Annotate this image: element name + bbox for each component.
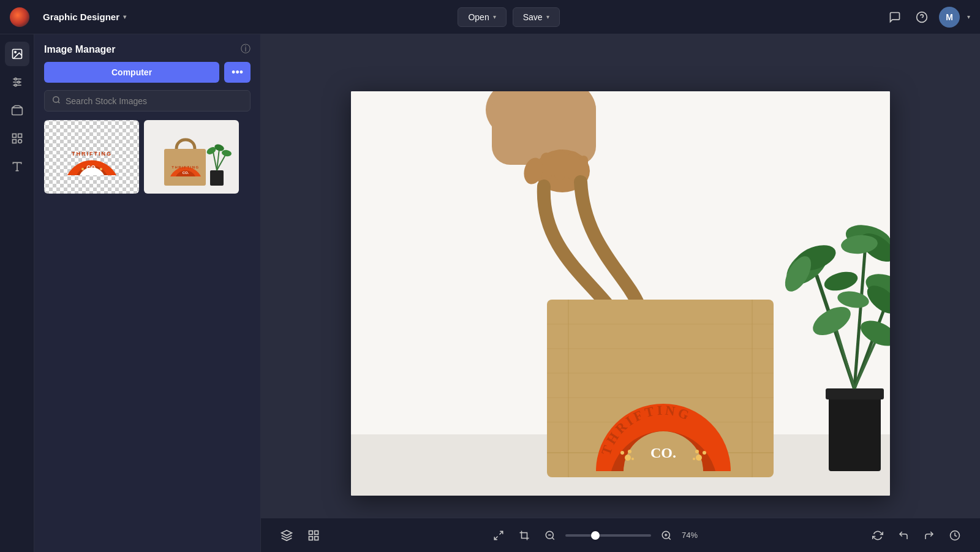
svg-point-58 xyxy=(628,450,631,453)
sidebar-item-image-manager[interactable] xyxy=(5,42,29,66)
crop-button[interactable] xyxy=(514,526,535,545)
toolbar-left-group xyxy=(276,526,325,545)
svg-rect-13 xyxy=(12,140,16,143)
svg-text:CO.: CO. xyxy=(182,171,189,175)
app-header: Graphic Designer ▾ Open ▾ Save ▾ M ▾ xyxy=(0,0,980,34)
thumbnail-thrifting-logo[interactable]: THRIFTING CO. xyxy=(44,120,139,194)
toolbar-right-group xyxy=(867,526,965,545)
open-button[interactable]: Open ▾ xyxy=(458,7,506,27)
svg-line-18 xyxy=(58,102,60,104)
redo-button[interactable] xyxy=(919,526,940,545)
svg-line-89 xyxy=(494,536,497,539)
image-thumbnails: THRIFTING CO. xyxy=(34,120,260,194)
svg-line-91 xyxy=(552,537,554,539)
svg-rect-86 xyxy=(309,536,313,540)
user-avatar[interactable]: M xyxy=(939,7,960,28)
panel-title: Image Manager xyxy=(44,44,115,55)
svg-rect-41 xyxy=(554,149,565,180)
sidebar-item-layers[interactable] xyxy=(5,98,29,123)
svg-point-21 xyxy=(81,168,84,170)
svg-rect-65 xyxy=(826,388,884,399)
svg-rect-64 xyxy=(829,391,881,471)
svg-line-88 xyxy=(500,531,503,534)
search-icon xyxy=(52,96,61,106)
svg-rect-12 xyxy=(18,134,21,138)
zoom-label: 74% xyxy=(682,531,704,540)
header-left: Graphic Designer ▾ xyxy=(10,7,132,27)
svg-rect-11 xyxy=(12,134,16,138)
svg-text:CO.: CO. xyxy=(650,445,676,461)
tote-thumb-svg: THRIFTING CO. xyxy=(146,121,238,192)
svg-rect-84 xyxy=(309,531,313,534)
svg-point-8 xyxy=(17,81,19,83)
undo-button[interactable] xyxy=(893,526,914,545)
svg-line-94 xyxy=(668,537,670,539)
image-manager-panel: Image Manager ⓘ Computer ••• Search Stoc… xyxy=(34,34,261,552)
panel-info-button[interactable]: ⓘ xyxy=(241,43,251,56)
computer-button[interactable]: Computer xyxy=(44,62,219,83)
svg-point-17 xyxy=(53,97,59,102)
svg-point-3 xyxy=(14,51,15,53)
svg-point-14 xyxy=(18,140,21,143)
chat-button[interactable] xyxy=(885,7,905,27)
svg-rect-25 xyxy=(210,170,224,186)
refresh-button[interactable] xyxy=(867,526,888,545)
svg-point-22 xyxy=(100,168,102,170)
zoom-slider[interactable] xyxy=(565,534,651,537)
toolbar-center-group: 74% xyxy=(488,526,704,545)
help-button[interactable] xyxy=(912,7,932,27)
sidebar-item-adjustments[interactable] xyxy=(5,70,29,94)
zoom-out-button[interactable] xyxy=(540,526,560,545)
svg-marker-83 xyxy=(282,530,292,535)
fullscreen-button[interactable] xyxy=(488,526,509,545)
more-options-button[interactable]: ••• xyxy=(224,62,251,83)
svg-rect-85 xyxy=(315,531,318,534)
grid-toggle-button[interactable] xyxy=(303,526,325,545)
app-title-label: Graphic Designer xyxy=(43,12,119,22)
sidebar-icon-bar xyxy=(0,34,34,552)
search-placeholder: Search Stock Images xyxy=(66,96,147,106)
svg-point-9 xyxy=(14,84,16,86)
canvas-frame: THRIFTING CO. xyxy=(351,91,890,496)
app-logo xyxy=(10,7,29,27)
thumbnail-tote-bag[interactable]: THRIFTING CO. xyxy=(144,120,239,194)
avatar-chevron[interactable]: ▾ xyxy=(967,13,970,20)
panel-header: Image Manager ⓘ xyxy=(34,34,260,62)
svg-point-60 xyxy=(696,455,702,461)
canvas-area: THRIFTING CO. xyxy=(261,34,980,552)
svg-text:THRIFTING: THRIFTING xyxy=(172,165,200,169)
panel-actions: Computer ••• xyxy=(34,62,260,90)
history-button[interactable] xyxy=(944,526,965,545)
svg-text:THRIFTING: THRIFTING xyxy=(72,151,112,157)
svg-point-56 xyxy=(625,455,631,461)
header-center: Open ▾ Save ▾ xyxy=(458,7,559,27)
layers-toggle-button[interactable] xyxy=(276,526,298,545)
svg-text:CO.: CO. xyxy=(86,165,97,172)
bottom-toolbar: 74% xyxy=(261,518,980,552)
main-canvas-svg: THRIFTING CO. xyxy=(351,91,890,496)
svg-point-59 xyxy=(631,458,634,460)
main-content: Image Manager ⓘ Computer ••• Search Stoc… xyxy=(0,34,980,552)
app-title-chevron: ▾ xyxy=(123,13,126,20)
svg-point-57 xyxy=(620,451,624,455)
svg-point-61 xyxy=(703,451,706,455)
svg-point-63 xyxy=(693,458,695,460)
search-stock-images-bar[interactable]: Search Stock Images xyxy=(44,90,251,112)
svg-point-62 xyxy=(695,450,699,453)
zoom-in-button[interactable] xyxy=(656,526,677,545)
thrifting-logo-svg: THRIFTING CO. xyxy=(61,132,123,181)
svg-rect-87 xyxy=(315,536,318,540)
sidebar-item-text[interactable] xyxy=(5,154,29,179)
svg-rect-10 xyxy=(12,108,22,115)
header-right: M ▾ xyxy=(885,7,970,28)
svg-point-7 xyxy=(14,78,16,80)
sidebar-item-shapes[interactable] xyxy=(5,126,29,151)
save-button[interactable]: Save ▾ xyxy=(513,7,560,27)
app-title-dropdown[interactable]: Graphic Designer ▾ xyxy=(37,8,132,26)
